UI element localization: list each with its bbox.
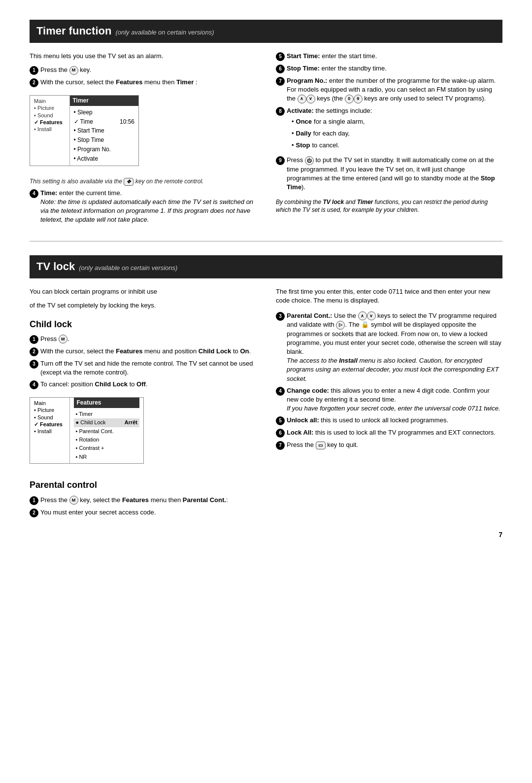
fmb-main: Main xyxy=(34,400,66,407)
step5-bold: Start Time: xyxy=(287,52,320,60)
timer-section: Timer function (only available on certai… xyxy=(30,20,502,227)
step1-icon: 1 xyxy=(30,66,38,75)
timer-step-9: 9 Press ⏻ to put the TV set in standby. … xyxy=(276,156,502,192)
step4-note: Note: the time is updated automatically … xyxy=(40,198,253,223)
section-divider xyxy=(30,241,502,241)
step8-daily: Daily for each day, xyxy=(292,129,502,138)
timer-steps-left: 1 Press the M key. 2 With the cursor, se… xyxy=(30,66,256,87)
menu-key-pc: M xyxy=(69,496,78,505)
step8-bold: Activate: xyxy=(287,107,314,114)
timer-step-2: 2 With the cursor, select the Features m… xyxy=(30,78,256,87)
tvlock-step-3: 3 Parental Cont.: Use the ∧∨ keys to sel… xyxy=(276,311,502,383)
step4-icon: 4 xyxy=(30,189,38,198)
timer-step-4: 4 Time: enter the current time. Note: th… xyxy=(30,189,256,225)
quit-key: ▭ xyxy=(316,442,326,449)
timer-step-5: 5 Start Time: enter the start time. xyxy=(276,52,502,61)
pc-step2-icon: 2 xyxy=(30,509,38,517)
combining-note: By combining the TV lock and Timer funct… xyxy=(276,198,502,215)
tvlock-right-col: The first time you enter this, enter cod… xyxy=(276,287,502,520)
menu-key-cl: M xyxy=(59,335,67,343)
tvlock-two-col: You can block certain programs or inhibi… xyxy=(30,287,502,520)
menu-item-features: ✓ Features xyxy=(34,119,66,126)
step8-icon: 8 xyxy=(276,107,285,116)
pc-step1-icon: 1 xyxy=(30,496,38,505)
key-9: 9 xyxy=(354,95,363,103)
child-lock-step-1: 1 Press M. xyxy=(30,335,256,344)
tvlock-header: TV lock (only available on certain versi… xyxy=(30,255,502,278)
timer-menu-activate: • Activate xyxy=(74,154,135,164)
fmb-contrast: • Contrast + xyxy=(74,444,140,452)
timer-title: Timer function xyxy=(36,24,111,39)
step8-items: Once for a single alarm, Daily for each … xyxy=(287,117,502,150)
timer-menu-table: Main • Picture • Sound ✓ Features • Inst… xyxy=(30,96,138,166)
timer-menu-starttime: • Start Time xyxy=(74,126,135,136)
step8-once: Once for a single alarm, xyxy=(292,117,502,126)
step5-bold: Unlock all: xyxy=(287,416,319,424)
cl-step1-icon: 1 xyxy=(30,335,38,344)
timer-header: Timer function (only available on certai… xyxy=(30,20,502,43)
menu-item-picture: • Picture xyxy=(34,104,66,111)
cl-step3-icon: 3 xyxy=(30,360,38,369)
tvlock-step-5: 5 Unlock all: this is used to unlock all… xyxy=(276,416,502,425)
step4-text: enter the current time. xyxy=(57,189,122,197)
timer-step-1: 1 Press the M key. xyxy=(30,66,256,75)
tvlock-subtitle: (only available on certain versions) xyxy=(79,264,177,272)
page-number: 7 xyxy=(30,530,502,540)
menu-item-main: Main xyxy=(34,98,66,104)
fmb-sound: • Sound xyxy=(34,414,66,421)
step6-bold: Lock All: xyxy=(287,429,313,436)
tvlock-intro: You can block certain programs or inhibi… xyxy=(30,287,256,296)
tvlock-title: TV lock xyxy=(36,259,75,274)
key-0: 0 xyxy=(345,95,354,103)
timer-menu-note: This setting is also available via the ✥… xyxy=(30,177,256,186)
tvlock-intro2: of the TV set completely by locking the … xyxy=(30,301,256,310)
fmb-rotation: • Rotation xyxy=(74,436,140,444)
fmb-nr: • NR xyxy=(74,453,140,461)
step8-text: the settings include: xyxy=(314,107,372,114)
step7-icon: 7 xyxy=(276,77,285,86)
child-lock-heading: Child lock xyxy=(30,318,256,331)
timer-menu-programno: • Program No. xyxy=(74,145,135,154)
step8-stop: Stop to cancel. xyxy=(292,141,502,150)
step5-text: enter the start time. xyxy=(320,52,377,60)
timer-step-7: 7 Program No.: enter the number of the p… xyxy=(276,76,502,103)
fmb-install: • Install xyxy=(34,428,66,435)
step3-bold: Parental Cont.: xyxy=(287,312,332,319)
step6-text: enter the standby time. xyxy=(320,65,387,72)
features-menu-box: Main • Picture • Sound ✓ Features • Inst… xyxy=(30,397,144,464)
step1-text: Press the M key. xyxy=(40,66,91,73)
down-key-lock: ∨ xyxy=(367,311,376,320)
lock-symbol: 🔒 xyxy=(361,320,369,329)
timer-menu-box: Main • Picture • Sound ✓ Features • Inst… xyxy=(30,95,139,166)
child-lock-step-3: 3 Turn off the TV set and hide the remot… xyxy=(30,359,256,377)
tvlock-step5-icon: 5 xyxy=(276,416,285,425)
fmb-parental: • Parental Cont. xyxy=(74,427,140,436)
tvlock-left-col: You can block certain programs or inhibi… xyxy=(30,287,256,520)
down-key: ∨ xyxy=(306,95,315,103)
step4-bold: Time: xyxy=(40,189,57,197)
timer-step4-list: 4 Time: enter the current time. Note: th… xyxy=(30,189,256,225)
timer-menu-left: Main • Picture • Sound ✓ Features • Inst… xyxy=(30,96,69,166)
tvlock-step-7: 7 Press the ▭ key to quit. xyxy=(276,441,502,450)
fmb-features: ✓ Features xyxy=(34,421,66,428)
step5-icon: 5 xyxy=(276,52,285,61)
timer-subtitle: (only available on certain versions) xyxy=(115,28,214,37)
step4-note: If you have forgotten your secret code, … xyxy=(287,405,500,412)
features-header: Features xyxy=(74,398,140,408)
timer-right-col: 5 Start Time: enter the start time. 6 St… xyxy=(276,52,502,228)
fmb-child-lock: ● Child LockArrêt xyxy=(74,418,140,427)
timer-step-6: 6 Stop Time: enter the standby time. xyxy=(276,64,502,73)
standby-key: ⏻ xyxy=(305,156,314,165)
step4-bold: Change code: xyxy=(287,387,329,394)
parental-control-heading: Parental control xyxy=(30,479,256,491)
step2-icon: 2 xyxy=(30,78,38,87)
menu-item-sound: • Sound xyxy=(34,112,66,119)
timer-menu-right: Timer • Sleep ✓ Time10:56 • Start Time •… xyxy=(69,96,138,166)
timer-menu-row: Main • Picture • Sound ✓ Features • Inst… xyxy=(30,96,138,166)
menu-item-install: • Install xyxy=(34,126,66,133)
timer-intro: This menu lets you use the TV set as an … xyxy=(30,52,256,61)
ok-key: ▷ xyxy=(336,321,345,330)
tvlock-step-6: 6 Lock All: this is used to lock all the… xyxy=(276,428,502,438)
features-menu-table: Main • Picture • Sound ✓ Features • Inst… xyxy=(30,398,143,463)
features-menu-left: Main • Picture • Sound ✓ Features • Inst… xyxy=(30,398,69,463)
